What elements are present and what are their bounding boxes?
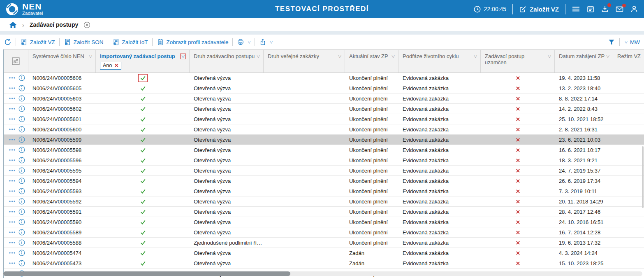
table-row[interactable]: N006/24/V00005588 Zjednodušené podlimitn…: [4, 238, 644, 248]
row-menu-icon[interactable]: [9, 148, 16, 152]
breadcrumb-item[interactable]: Zadávací postupy: [30, 21, 78, 28]
row-info-icon[interactable]: [19, 147, 25, 153]
row-menu-icon[interactable]: [9, 138, 16, 141]
home-button[interactable]: [9, 21, 17, 28]
column-header-current-state[interactable]: Aktuální stav ZP ▽: [345, 50, 398, 72]
table-row[interactable]: N006/24/V00005591 Otevřená výzva Ukončen…: [4, 207, 644, 217]
table-row[interactable]: N006/24/V00005605 Otevřená výzva Ukončen…: [4, 83, 644, 93]
sort-filter-icon[interactable]: ▽: [257, 54, 260, 58]
table-row[interactable]: N006/24/V00005603 Otevřená výzva Ukončen…: [4, 93, 644, 104]
row-menu-icon[interactable]: [9, 169, 16, 172]
row-info-icon[interactable]: [19, 126, 25, 133]
filter-chip[interactable]: Ano ✕: [100, 62, 121, 70]
row-info-icon[interactable]: [19, 95, 25, 102]
downloads-button[interactable]: [601, 5, 609, 13]
table-row[interactable]: N006/24/V00005590 Otevřená výzva Ukončen…: [4, 217, 644, 227]
create-iot-button[interactable]: Založit IoT: [112, 38, 148, 46]
row-info-icon[interactable]: [19, 188, 25, 194]
table-row[interactable]: N006/24/V00005601 Otevřená výzva Ukončen…: [4, 114, 644, 124]
chip-remove-icon[interactable]: ✕: [114, 63, 118, 68]
app-brand[interactable]: NEN Zadavatel: [6, 2, 43, 16]
row-menu-icon[interactable]: [9, 97, 16, 100]
row-menu-icon[interactable]: [9, 86, 16, 90]
sort-filter-icon[interactable]: ▽: [606, 54, 609, 58]
sort-filter-icon[interactable]: ▽: [391, 54, 395, 58]
column-header-start-date[interactable]: Datum zahájení ZP ▽: [555, 50, 613, 72]
table-row[interactable]: N006/24/V00005592 Otevřená výzva Ukončen…: [4, 196, 644, 207]
row-menu-icon[interactable]: [9, 251, 16, 255]
row-info-icon[interactable]: [19, 167, 25, 174]
calendar-button[interactable]: [586, 5, 595, 13]
column-header-procedure-type[interactable]: Druh zadávacího postupu ▽: [190, 50, 264, 72]
table-row[interactable]: N006/24/V00005473 Otevřená výzva Zadán E…: [4, 258, 644, 269]
column-header-lifecycle-subphase[interactable]: Podfáze životního cyklu ▽: [398, 50, 481, 72]
table-row[interactable]: N006/24/V00005600 Otevřená výzva Ukončen…: [4, 124, 644, 135]
table-row[interactable]: N006/24/V00005606 Otevřená výzva Ukončen…: [4, 73, 644, 83]
row-menu-icon[interactable]: [9, 107, 16, 110]
print-button[interactable]: ▽: [237, 38, 250, 46]
sort-filter-icon[interactable]: ▽: [548, 54, 551, 58]
row-menu-icon[interactable]: [9, 76, 16, 79]
main-menu-button[interactable]: [572, 5, 580, 13]
row-menu-icon[interactable]: [9, 200, 16, 203]
row-menu-icon[interactable]: [9, 262, 16, 265]
horizontal-scrollbar-thumb[interactable]: [3, 271, 290, 276]
vertical-scrollbar-thumb[interactable]: [642, 146, 644, 208]
row-info-icon[interactable]: [19, 136, 25, 143]
row-info-icon[interactable]: [19, 116, 25, 122]
row-info-icon[interactable]: [19, 105, 25, 112]
row-menu-icon[interactable]: [9, 189, 16, 193]
row-menu-icon[interactable]: [9, 128, 16, 131]
column-header-imported[interactable]: Importovaný zadávací postup ▽ Ano ✕: [96, 50, 190, 72]
column-settings-button[interactable]: [4, 50, 28, 72]
print-dropdown-icon[interactable]: ▽: [248, 40, 250, 44]
sort-filter-icon[interactable]: ▽: [474, 54, 477, 58]
messages-button[interactable]: [615, 5, 624, 13]
export-dropdown-icon[interactable]: ▽: [270, 40, 273, 44]
column-header-locked[interactable]: Zadávací postup uzamčen ▽: [481, 50, 555, 72]
create-son-button[interactable]: Založit SON: [64, 38, 104, 46]
column-header-contract-type[interactable]: Druh veřejné zakázky ▽: [264, 50, 345, 72]
column-header-system-number[interactable]: Systémové číslo NEN ▽: [28, 50, 96, 72]
horizontal-scrollbar[interactable]: [3, 271, 642, 276]
table-row[interactable]: N006/24/V00005589 Otevřená výzva Ukončen…: [4, 227, 644, 238]
row-menu-icon[interactable]: [9, 179, 16, 182]
new-vz-button[interactable]: Založit VZ: [519, 5, 559, 13]
table-row[interactable]: N006/24/V00005602 Otevřená výzva Ukončen…: [4, 104, 644, 114]
export-button[interactable]: ▽: [259, 38, 273, 46]
table-row[interactable]: N006/24/V00005595 Otevřená výzva Ukončen…: [4, 166, 644, 176]
row-menu-icon[interactable]: [9, 231, 16, 234]
row-info-icon[interactable]: [19, 219, 25, 225]
filter-preset-button[interactable]: ▽ MW: [624, 39, 640, 45]
row-info-icon[interactable]: [19, 208, 25, 215]
row-info-icon[interactable]: [19, 239, 25, 246]
table-row[interactable]: N006/24/V00005596 Otevřená výzva Ukončen…: [4, 155, 644, 166]
row-menu-icon[interactable]: [9, 117, 16, 121]
row-info-icon[interactable]: [19, 157, 25, 164]
row-info-icon[interactable]: [19, 250, 25, 256]
row-info-icon[interactable]: [19, 75, 25, 81]
column-header-regime[interactable]: Režim VZ: [613, 50, 644, 72]
table-row[interactable]: N006/24/V00005474 Otevřená výzva Zadán E…: [4, 248, 644, 258]
row-menu-icon[interactable]: [9, 241, 16, 244]
filter-button[interactable]: [608, 39, 615, 46]
row-info-icon[interactable]: [19, 85, 25, 91]
refresh-button[interactable]: [4, 38, 12, 46]
filter-active-icon[interactable]: ▽: [180, 54, 186, 59]
row-info-icon[interactable]: [19, 198, 25, 205]
sort-filter-icon[interactable]: ▽: [89, 54, 92, 58]
row-info-icon[interactable]: [19, 178, 25, 184]
close-tab-button[interactable]: [83, 21, 90, 28]
show-profile-button[interactable]: Zobrazit profil zadavatele: [157, 38, 229, 46]
table-row[interactable]: N006/24/V00005598 Otevřená výzva Ukončen…: [4, 145, 644, 155]
table-row[interactable]: N006/24/V00005599 Otevřená výzva Ukončen…: [4, 135, 644, 145]
create-vz-button[interactable]: Založit VZ: [20, 38, 55, 46]
table-row[interactable]: N006/24/V00005594 Otevřená výzva Ukončen…: [4, 176, 644, 186]
table-row[interactable]: N006/24/V00005593 Otevřená výzva Ukončen…: [4, 186, 644, 196]
row-menu-icon[interactable]: [9, 210, 16, 213]
user-profile-button[interactable]: [630, 5, 638, 13]
row-info-icon[interactable]: [19, 260, 25, 266]
row-info-icon[interactable]: [19, 229, 25, 236]
row-menu-icon[interactable]: [9, 159, 16, 162]
sort-filter-icon[interactable]: ▽: [338, 54, 341, 58]
